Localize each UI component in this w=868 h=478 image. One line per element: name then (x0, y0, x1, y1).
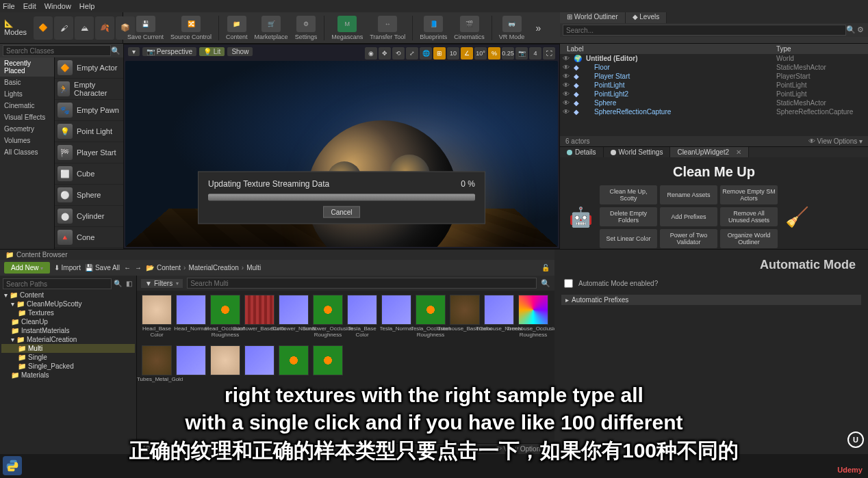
visibility-icon[interactable]: 👁 (563, 55, 571, 62)
save-all-button[interactable]: 💾 Save All (85, 264, 120, 271)
mode-place-icon[interactable]: 🔶 (34, 16, 53, 40)
tab-levels[interactable]: ◆ Levels (626, 12, 667, 23)
actor-item[interactable]: ⚪Sphere (55, 185, 123, 206)
collapse-icon[interactable]: ◧ (124, 278, 133, 288)
visibility-icon[interactable]: 👁 (563, 81, 571, 89)
show-button[interactable]: Show (227, 47, 253, 56)
lock-icon[interactable]: 🔓 (541, 263, 550, 273)
col-type[interactable]: Type (776, 45, 865, 53)
tree-item[interactable]: 📁 InstantMaterials (1, 326, 135, 335)
crumb[interactable]: MaterialCreation (188, 264, 238, 271)
actor-item[interactable]: 🔺Cone (55, 227, 123, 248)
vp-camera-icon[interactable]: 📷 (515, 47, 528, 59)
asset-search-input[interactable] (187, 278, 537, 289)
blueprints-button[interactable]: 📘Blueprints (420, 16, 447, 40)
cleanup-action-button[interactable]: Delete Empty Folders (600, 207, 657, 226)
auto-mode-checkbox[interactable] (564, 279, 573, 288)
cleanup-action-button[interactable]: Rename Assets (660, 185, 717, 204)
menu-file[interactable]: File (3, 2, 15, 10)
asset-item[interactable]: Sunflower_Occlusion Roughness (312, 295, 344, 343)
content-browser-tab[interactable]: 📁 Content Browser (0, 250, 554, 260)
outliner-row[interactable]: 👁◆SphereReflectionCaptureSphereReflectio… (560, 107, 868, 116)
tree-item[interactable]: 📁 Textures (1, 308, 135, 317)
category-item[interactable]: Lights (0, 88, 54, 100)
cleanup-action-button[interactable]: Remove All Unused Assets (720, 207, 778, 226)
vr-mode-button[interactable]: 🥽VR Mode (499, 16, 525, 40)
crumb[interactable]: Content (157, 264, 181, 271)
asset-item[interactable] (278, 345, 309, 393)
vp-scale-value[interactable]: 0.25 (502, 47, 514, 59)
menu-window[interactable]: Window (44, 2, 71, 10)
vp-scale-icon[interactable]: ⤢ (406, 47, 418, 59)
tree-item[interactable]: 📁 Single (1, 353, 135, 362)
asset-item[interactable] (312, 345, 344, 393)
actor-item[interactable]: 🐾Empty Pawn (55, 100, 123, 121)
tab-world-settings[interactable]: World Settings (604, 147, 671, 157)
close-icon[interactable]: ✕ (736, 148, 741, 156)
auto-prefixes-header[interactable]: ▸ Automatic Prefixes (561, 295, 861, 305)
asset-item[interactable] (209, 345, 241, 393)
vp-rotate-icon[interactable]: ⟲ (392, 47, 405, 59)
actor-item[interactable]: 🏁Player Start (55, 142, 123, 163)
asset-item[interactable] (175, 345, 207, 393)
asset-item[interactable]: Treehouse_Occlusion Roughness (518, 295, 549, 343)
outliner-search-input[interactable] (563, 25, 846, 36)
search-classes-input[interactable] (3, 45, 111, 56)
search-icon[interactable]: 🔍 (111, 46, 120, 55)
add-new-button[interactable]: Add New (4, 262, 50, 274)
tree-search-input[interactable] (3, 278, 112, 289)
tab-details[interactable]: Details (560, 147, 604, 157)
cleanup-action-button[interactable]: Set Linear Color (600, 229, 657, 248)
category-item[interactable]: Cinematic (0, 100, 54, 111)
vp-speed-value[interactable]: 4 (529, 47, 541, 59)
cleanup-action-button[interactable]: Clean Me Up, Scotty (600, 185, 657, 204)
category-item[interactable]: Recently Placed (0, 57, 54, 77)
filters-button[interactable]: ▼ Filters (141, 279, 183, 288)
cleanup-action-button[interactable]: Organize World Outliner (720, 229, 778, 248)
tree-item[interactable]: ▾ 📁 Content (1, 291, 135, 300)
mode-landscape-icon[interactable]: ⛰ (75, 16, 94, 40)
search-icon[interactable]: 🔍 (846, 25, 856, 34)
options-icon[interactable]: ⚙ (856, 25, 865, 34)
category-item[interactable]: All Classes (0, 146, 54, 158)
viewport-menu-icon[interactable]: ▾ (128, 47, 140, 56)
actor-item[interactable]: 💡Point Light (55, 121, 123, 142)
actor-item[interactable]: 🔶Empty Actor (55, 57, 123, 79)
asset-item[interactable]: Tesla_Base Color (346, 295, 378, 343)
asset-item[interactable]: Head_Base Color (141, 295, 173, 343)
nav-fwd-icon[interactable]: → (135, 264, 142, 271)
col-label[interactable]: Label (563, 45, 776, 53)
cleanup-action-button[interactable]: Power of Two Validator (660, 229, 717, 248)
outliner-row[interactable]: 👁◆Player StartPlayerStart (560, 72, 868, 81)
asset-item[interactable]: Tesla_Normal (381, 295, 412, 343)
vp-snap-value[interactable]: 10 (447, 47, 459, 59)
tree-item[interactable]: ▾ 📁 CleanMeUpScotty (1, 300, 135, 308)
mode-foliage-icon[interactable]: 🍂 (95, 16, 114, 40)
category-item[interactable]: Geometry (0, 123, 54, 135)
category-item[interactable]: Volumes (0, 135, 54, 146)
transfer-button[interactable]: ↔Transfer Tool (370, 16, 405, 40)
actor-item[interactable]: 🏃Empty Character (55, 79, 123, 100)
cleanup-action-button[interactable]: Remove Empty SM Actors (720, 185, 778, 204)
category-item[interactable]: Basic (0, 77, 54, 88)
actor-item[interactable]: ⬤Cylinder (55, 206, 123, 227)
vp-globe-icon[interactable]: 🌐 (420, 47, 432, 59)
tree-item[interactable]: 📁 CleanUp (1, 317, 135, 326)
lit-button[interactable]: 💡 Lit (199, 47, 225, 56)
vp-maximize-icon[interactable]: ⛶ (543, 47, 555, 59)
import-button[interactable]: ⬇ Import (54, 264, 81, 271)
outliner-row[interactable]: 👁◆SphereStaticMeshActor (560, 98, 868, 107)
crumb[interactable]: Multi (246, 264, 261, 271)
asset-item[interactable]: Sunflower_BaseColor (244, 295, 275, 343)
asset-item[interactable] (244, 345, 275, 393)
settings-button[interactable]: ⚙Settings (295, 16, 318, 40)
megascans-button[interactable]: MMegascans (331, 16, 363, 40)
visibility-icon[interactable]: 👁 (563, 108, 571, 116)
search-icon[interactable]: 🔍 (113, 278, 123, 288)
perspective-button[interactable]: 📷 Perspective (142, 47, 196, 56)
category-item[interactable]: Visual Effects (0, 111, 54, 123)
visibility-icon[interactable]: 👁 (563, 72, 571, 80)
tree-item[interactable]: ▾ 📁 MaterialCreation (1, 335, 135, 344)
asset-item[interactable]: Head_Normal (175, 295, 207, 343)
visibility-icon[interactable]: 👁 (563, 90, 571, 98)
